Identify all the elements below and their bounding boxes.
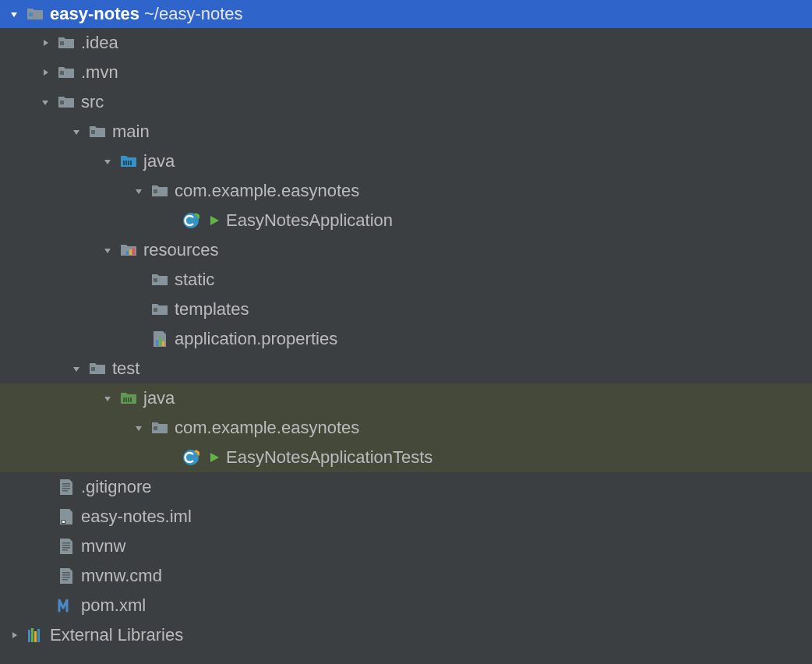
java-test-folder-icon (118, 388, 139, 408)
project-tree[interactable]: easy-notes ~/easy-notes .idea .mvn sr (0, 0, 812, 650)
folder-icon (150, 270, 170, 290)
package-icon (150, 418, 170, 438)
tree-item-mvn[interactable]: .mvn (0, 58, 812, 87)
tree-label: com.example.easynotes (175, 418, 359, 438)
module-folder-icon (25, 4, 45, 24)
resources-folder-icon (118, 240, 139, 260)
tree-item-src[interactable]: src (0, 87, 812, 117)
tree-item-pom[interactable]: pom.xml (0, 591, 812, 620)
tree-item-package-main[interactable]: com.example.easynotes (0, 176, 812, 206)
runnable-badge-icon (206, 212, 223, 229)
expand-arrow-icon[interactable] (100, 394, 115, 403)
java-class-icon (181, 210, 201, 231)
tree-item-app-properties[interactable]: application.properties (0, 324, 812, 354)
text-file-icon (56, 477, 76, 497)
tree-item-main[interactable]: main (0, 117, 812, 147)
tree-label: EasyNotesApplication (226, 210, 393, 231)
folder-icon (87, 358, 108, 379)
tree-label: test (112, 358, 139, 379)
expand-arrow-icon[interactable] (100, 245, 115, 255)
tree-label: mvnw.cmd (81, 566, 162, 586)
tree-item-iml[interactable]: easy-notes.iml (0, 502, 812, 532)
iml-file-icon (56, 507, 76, 527)
tree-item-java-main[interactable]: java (0, 147, 812, 176)
expand-arrow-icon[interactable] (37, 68, 53, 77)
expand-arrow-icon[interactable] (69, 364, 84, 373)
tree-item-mvnw-cmd[interactable]: mvnw.cmd (0, 561, 812, 591)
tree-item-idea[interactable]: .idea (0, 28, 812, 58)
tree-label: mvnw (81, 536, 125, 556)
tree-item-resources[interactable]: resources (0, 235, 812, 265)
expand-arrow-icon[interactable] (69, 127, 84, 136)
expand-arrow-icon[interactable] (6, 9, 22, 19)
java-class-icon (181, 447, 201, 468)
folder-icon (56, 62, 76, 83)
expand-arrow-icon[interactable] (37, 97, 53, 107)
expand-arrow-icon[interactable] (131, 186, 147, 196)
libraries-icon (25, 625, 45, 645)
tree-label: .idea (81, 33, 118, 53)
tree-item-test-class[interactable]: EasyNotesApplicationTests (0, 443, 812, 472)
java-source-folder-icon (118, 151, 139, 171)
tree-label: resources (143, 240, 219, 260)
folder-icon (150, 299, 170, 320)
tree-label: pom.xml (81, 595, 146, 616)
tree-item-mvnw[interactable]: mvnw (0, 532, 812, 561)
tree-item-test[interactable]: test (0, 354, 812, 383)
tree-label: EasyNotesApplicationTests (226, 447, 432, 468)
expand-arrow-icon[interactable] (100, 157, 115, 166)
tree-item-external-libraries[interactable]: External Libraries (0, 620, 812, 650)
folder-icon (87, 122, 108, 142)
folder-icon (56, 33, 76, 53)
tree-label: static (175, 270, 214, 290)
tree-label: main (112, 122, 150, 142)
text-file-icon (56, 536, 76, 556)
tree-label: java (143, 388, 175, 408)
tree-item-package-test[interactable]: com.example.easynotes (0, 413, 812, 443)
tree-label: .mvn (81, 62, 118, 83)
text-file-icon (56, 566, 76, 586)
tree-label: application.properties (175, 329, 337, 349)
expand-arrow-icon[interactable] (6, 630, 22, 640)
runnable-badge-icon (206, 449, 223, 466)
folder-icon (56, 92, 76, 112)
expand-arrow-icon[interactable] (37, 38, 53, 48)
tree-label: External Libraries (50, 625, 183, 645)
tree-label: java (143, 151, 175, 171)
tree-label: easy-notes.iml (81, 507, 192, 527)
tree-item-java-test[interactable]: java (0, 383, 812, 413)
project-name: easy-notes (50, 4, 139, 24)
expand-arrow-icon[interactable] (131, 423, 147, 433)
maven-file-icon (56, 595, 76, 616)
tree-label: .gitignore (81, 477, 152, 497)
tree-item-gitignore[interactable]: .gitignore (0, 472, 812, 502)
tree-item-templates[interactable]: templates (0, 295, 812, 324)
package-icon (150, 181, 170, 201)
tree-item-static[interactable]: static (0, 265, 812, 295)
project-path: ~/easy-notes (144, 4, 243, 24)
tree-item-app-class[interactable]: EasyNotesApplication (0, 206, 812, 235)
tree-label: templates (175, 299, 249, 320)
properties-file-icon (150, 329, 170, 349)
tree-label: com.example.easynotes (175, 181, 359, 201)
tree-root[interactable]: easy-notes ~/easy-notes (0, 0, 812, 28)
tree-label: src (81, 92, 104, 112)
